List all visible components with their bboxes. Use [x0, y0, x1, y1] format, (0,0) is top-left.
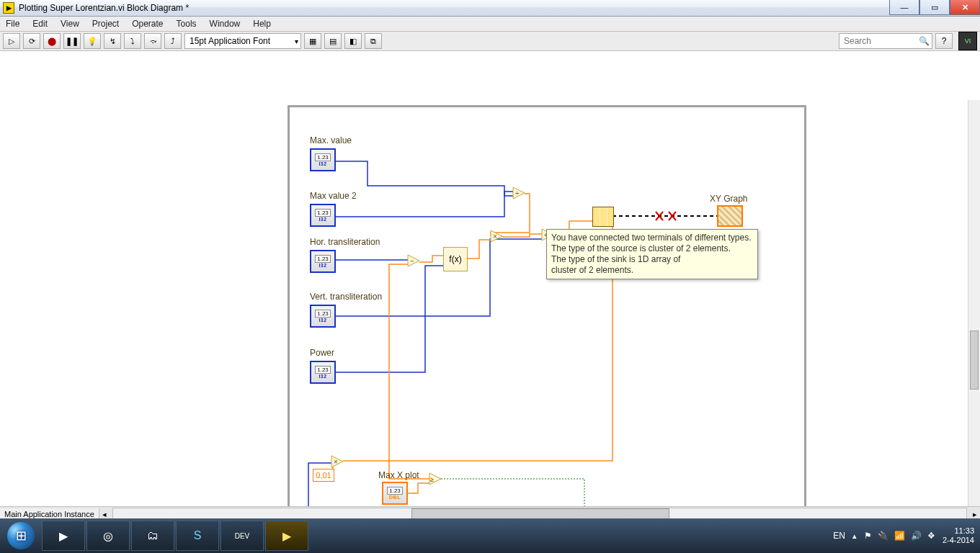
labview-appicon: ▶ [3, 2, 14, 14]
instance-nav-right-icon[interactable]: ▸ [970, 510, 980, 519]
tray-extra-icon[interactable]: ❖ [927, 531, 935, 541]
numeric-constant-step[interactable]: 0,01 [313, 469, 334, 482]
menu-bar: File Edit View Project Operate Tools Win… [0, 17, 980, 32]
windows-taskbar: ⊞ ▶ ◎ 🗂 S DEV ▶ EN ▴ ⚑ 🔌 📶 🔊 ❖ 11:33 2-4… [0, 518, 980, 553]
ctl-power[interactable]: 1.23 I32 [310, 361, 336, 384]
toolbar: ▷ ⟳ ⬤ ❚❚ 💡 ↯ ⤵ ⤼ ⤴ 15pt Application Font… [0, 32, 980, 51]
window-titlebar: ▶ Plotting Super Lorentzian.vi Block Dia… [0, 0, 980, 17]
svg-text:≥: ≥ [430, 476, 434, 483]
tooltip-line1: You have connected two terminals of diff… [551, 233, 753, 243]
label-max-x-plot: Max X plot [378, 470, 419, 480]
run-button[interactable]: ▷ [3, 33, 20, 49]
window-minimize-button[interactable] [889, 0, 919, 15]
menu-project[interactable]: Project [92, 19, 119, 29]
svg-text:÷: ÷ [515, 189, 520, 197]
expression-node[interactable]: f(x) [443, 247, 468, 271]
ctl-max-x-plot[interactable]: 1.23 DBL [382, 482, 408, 505]
label-max-value: Max. value [310, 135, 352, 145]
vi-icon[interactable]: VI [958, 32, 977, 50]
start-button[interactable]: ⊞ [1, 521, 40, 550]
distribute-objects-button[interactable]: ▤ [324, 33, 342, 49]
taskbar-labview[interactable]: ▶ [265, 521, 308, 551]
menu-file[interactable]: File [6, 19, 19, 29]
ctl-vert-trans[interactable]: 1.23 I32 [310, 305, 336, 328]
error-tooltip: You have connected two terminals of diff… [546, 229, 758, 279]
window-title: Plotting Super Lorentzian.vi Block Diagr… [19, 3, 189, 13]
vertical-scrollbar[interactable] [968, 100, 980, 525]
taskbar-media-player[interactable]: ▶ [42, 521, 85, 551]
abort-button[interactable]: ⬤ [43, 33, 61, 49]
tray-volume-icon[interactable]: 🔊 [911, 531, 922, 541]
taskbar-skype[interactable]: S [176, 521, 219, 551]
step-into-button[interactable]: ⤵ [124, 33, 141, 49]
tray-icons: ⚑ 🔌 📶 🔊 ❖ [864, 531, 935, 541]
label-hor-trans: Hor. transliteration [310, 237, 380, 247]
menu-help[interactable]: Help [253, 19, 271, 29]
block-diagram-canvas[interactable]: − × ÷ × + ≥ Max. value 1.23 I32 [0, 51, 980, 525]
svg-text:×: × [493, 233, 497, 240]
menu-edit[interactable]: Edit [32, 19, 48, 29]
tray-language[interactable]: EN [833, 531, 845, 541]
wires-layer: − × ÷ × + ≥ [0, 51, 980, 525]
highlight-exec-button[interactable]: 💡 [84, 33, 101, 49]
label-power: Power [310, 348, 334, 358]
step-out-button[interactable]: ⤴ [164, 33, 182, 49]
search-icon: 🔍 [919, 36, 929, 46]
tray-clock[interactable]: 11:33 2-4-2014 [943, 526, 974, 545]
window-close-button[interactable] [950, 0, 980, 15]
reorder-button[interactable]: ⧉ [365, 33, 382, 49]
font-selector[interactable]: 15pt Application Font [184, 33, 301, 49]
system-tray: EN ▴ ⚑ 🔌 📶 🔊 ❖ 11:33 2-4-2014 [833, 518, 980, 553]
font-selector-label: 15pt Application Font [190, 36, 270, 46]
tooltip-line4: cluster of 2 elements. [551, 265, 753, 276]
tray-network-icon[interactable]: 📶 [894, 531, 905, 541]
bundle-node[interactable] [592, 207, 614, 227]
instance-nav-left-icon[interactable]: ◂ [99, 510, 110, 519]
tray-chevron-up-icon[interactable]: ▴ [852, 531, 857, 541]
step-over-button[interactable]: ⤼ [144, 33, 161, 49]
svg-text:×: × [334, 458, 338, 466]
taskbar-chrome[interactable]: ◎ [86, 521, 130, 551]
menu-view[interactable]: View [61, 19, 79, 29]
pause-button[interactable]: ❚❚ [63, 33, 81, 49]
tray-time: 11:33 [943, 526, 974, 536]
search-box[interactable]: 🔍 [839, 33, 932, 49]
ctl-hor-trans[interactable]: 1.23 I32 [310, 250, 336, 273]
search-input[interactable] [842, 35, 919, 47]
menu-tools[interactable]: Tools [177, 19, 197, 29]
align-objects-button[interactable]: ▦ [304, 33, 321, 49]
xy-graph-indicator[interactable] [717, 205, 743, 227]
vertical-scrollbar-thumb[interactable] [970, 331, 979, 390]
taskbar-devtool[interactable]: DEV [220, 521, 264, 551]
ctl-max-value2[interactable]: 1.23 I32 [310, 204, 336, 227]
label-vert-trans: Vert. transliteration [310, 292, 382, 302]
windows-logo-icon: ⊞ [16, 528, 27, 544]
context-help-button[interactable]: ? [935, 33, 953, 49]
tray-date: 2-4-2014 [943, 536, 974, 545]
label-xy-graph: XY Graph [710, 194, 747, 204]
tooltip-line3: The type of the sink is 1D array of [551, 254, 753, 265]
label-max-value2: Max value 2 [310, 191, 357, 201]
menu-operate[interactable]: Operate [132, 19, 163, 29]
svg-text:−: − [410, 257, 414, 265]
resize-objects-button[interactable]: ◧ [344, 33, 362, 49]
taskbar-explorer[interactable]: 🗂 [131, 521, 174, 551]
retain-wire-button[interactable]: ↯ [104, 33, 121, 49]
ctl-max-value[interactable]: 1.23 I32 [310, 148, 336, 171]
tooltip-line2: The type of the source is cluster of 2 e… [551, 243, 753, 254]
window-maximize-button[interactable] [919, 0, 950, 15]
tray-flag-icon[interactable]: ⚑ [864, 531, 872, 541]
menu-window[interactable]: Window [210, 19, 241, 29]
tray-power-icon[interactable]: 🔌 [878, 531, 888, 541]
run-cont-button[interactable]: ⟳ [23, 33, 40, 49]
